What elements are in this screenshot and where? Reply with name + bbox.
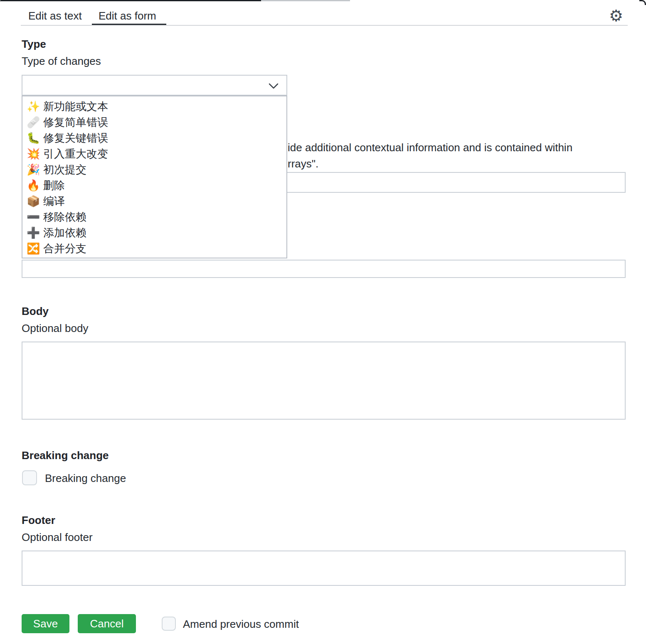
type-option-emoji: 🔀 (27, 242, 42, 255)
type-option[interactable]: 🎉初次提交 (22, 162, 286, 177)
type-option-label: 添加依赖 (43, 226, 86, 240)
type-option-emoji: 🔥 (27, 179, 42, 192)
type-option-emoji: 💥 (27, 147, 42, 160)
type-option[interactable]: ➖移除依赖 (22, 209, 286, 225)
type-option-label: 移除依赖 (43, 210, 86, 224)
type-option-label: 修复简单错误 (43, 115, 108, 130)
footer-section-title: Footer (22, 514, 55, 526)
type-option-label: 新功能或文本 (43, 99, 108, 114)
chevron-down-icon (268, 83, 279, 89)
type-section-title: Type (22, 38, 46, 50)
tab-bar: Edit as text Edit as form ⚙ (0, 0, 646, 26)
tab-edit-as-form[interactable]: Edit as form (99, 7, 156, 24)
type-option-emoji: 🎉 (27, 163, 42, 176)
scope-description-line2: rrays". (288, 156, 572, 172)
type-option[interactable]: 💥引入重大改变 (22, 146, 286, 162)
type-option[interactable]: ➕添加依赖 (22, 225, 286, 241)
type-option-emoji: 🩹 (27, 116, 42, 129)
type-option-emoji: 📦 (27, 195, 42, 208)
type-option[interactable]: 🐛修复关键错误 (22, 130, 286, 146)
body-section-title: Body (22, 305, 49, 317)
footer-textarea[interactable] (22, 551, 626, 586)
type-option[interactable]: 📦编译 (22, 193, 286, 209)
short-description-input[interactable] (22, 260, 626, 278)
breaking-change-checkbox[interactable] (22, 470, 37, 485)
type-option-label: 初次提交 (43, 162, 86, 177)
breaking-change-section-title: Breaking change (22, 450, 109, 461)
cancel-button[interactable]: Cancel (78, 614, 136, 633)
breaking-change-checkbox-label: Breaking change (45, 471, 126, 485)
type-options-list: ✨新功能或文本🩹修复简单错误🐛修复关键错误💥引入重大改变🎉初次提交🔥删除📦编译➖… (22, 96, 287, 258)
type-option[interactable]: 🩹修复简单错误 (22, 114, 286, 130)
type-option-label: 编译 (43, 194, 65, 209)
save-button[interactable]: Save (22, 614, 69, 633)
scope-description-line1: ide additional contextual information an… (288, 140, 572, 156)
type-option[interactable]: ✨新功能或文本 (22, 98, 286, 114)
type-option-emoji: ✨ (27, 100, 42, 113)
type-option-emoji: ➖ (27, 211, 42, 224)
type-option[interactable]: 🔥删除 (22, 177, 286, 193)
type-option-label: 修复关键错误 (43, 131, 108, 145)
type-option[interactable]: 🔀合并分支 (22, 241, 286, 256)
footer-section-description: Optional footer (22, 531, 93, 543)
type-option-label: 合并分支 (43, 241, 86, 256)
type-option-label: 引入重大改变 (43, 147, 108, 161)
type-option-label: 删除 (43, 178, 65, 193)
amend-previous-commit-label: Amend previous commit (183, 617, 299, 631)
scope-description-fragment: ide additional contextual information an… (288, 140, 572, 172)
body-section-description: Optional body (22, 322, 88, 334)
type-option-emoji: 🐛 (27, 132, 42, 145)
type-section-description: Type of changes (22, 55, 101, 67)
type-select[interactable] (22, 75, 287, 96)
tab-divider (21, 25, 628, 26)
gear-icon[interactable]: ⚙ (607, 7, 625, 25)
type-option-emoji: ➕ (27, 226, 42, 239)
body-textarea[interactable] (22, 342, 626, 420)
tab-edit-as-text[interactable]: Edit as text (28, 7, 82, 24)
commit-message-editor-panel: Edit as text Edit as form ⚙ Type Type of… (0, 0, 646, 644)
amend-previous-commit-checkbox[interactable] (162, 617, 176, 631)
